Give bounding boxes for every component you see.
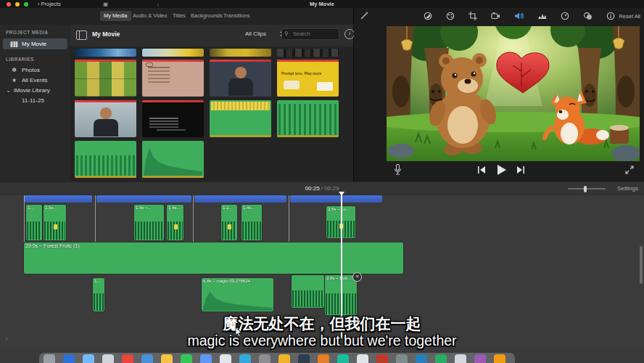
audio-clip[interactable]: 1.4s...	[167, 205, 183, 240]
media-thumbnail-strip[interactable]	[277, 49, 339, 57]
volume-icon[interactable]	[514, 12, 524, 20]
video-clip[interactable]	[24, 195, 92, 203]
dock-app-icon[interactable]	[337, 354, 349, 363]
color-balance-icon[interactable]	[424, 12, 432, 20]
tab-audio-video[interactable]: Audio & Video	[129, 11, 170, 21]
media-thumbnail-video[interactable]	[75, 100, 136, 137]
info-icon[interactable]	[606, 12, 615, 20]
sidebar-toggle-icon[interactable]	[76, 30, 87, 40]
sidebar-item-all-events[interactable]: ★ All Events	[3, 75, 67, 86]
sidebar-item-event-date[interactable]: 11-11-25	[3, 95, 67, 106]
audio-clip[interactable]: 1.4s...	[242, 205, 262, 240]
audio-clip[interactable]: 6.8s ~ magic-03-278824	[202, 278, 273, 311]
tab-titles[interactable]: Titles	[169, 11, 189, 21]
sidebar-item-my-movie[interactable]: My Movie	[3, 38, 67, 49]
fullscreen-icon[interactable]	[625, 166, 634, 174]
used-in-project-bar	[277, 60, 339, 62]
clip-label: 6.8s ~ magic-03-278824	[203, 279, 273, 283]
dock-app-icon[interactable]	[435, 354, 447, 363]
clip-boundary	[193, 195, 194, 242]
audio-clip[interactable]: 1...	[93, 278, 104, 311]
dock-app-icon[interactable]	[494, 354, 505, 363]
reset-all-button[interactable]: Reset All	[619, 13, 640, 20]
clip-label: 1...	[94, 279, 104, 283]
clip-boundary	[24, 195, 25, 242]
dock-app-icon[interactable]	[63, 354, 75, 363]
search-input[interactable]: ⚲ Search	[281, 28, 339, 40]
playhead-handle[interactable]	[339, 192, 344, 196]
bear-fox-forest-scene	[387, 26, 640, 161]
dock-app-icon[interactable]	[83, 354, 94, 363]
media-thumbnail-video[interactable]	[210, 60, 271, 97]
media-thumbnail-audio[interactable]	[75, 141, 136, 178]
crop-icon[interactable]	[468, 12, 477, 20]
dock-app-icon[interactable]	[259, 354, 271, 363]
dock-app-icon[interactable]	[376, 354, 388, 363]
video-clip[interactable]	[96, 195, 191, 203]
audio-clip[interactable]: 1...	[26, 205, 42, 240]
audio-clip[interactable]	[292, 275, 324, 308]
clip-waveform	[135, 221, 163, 240]
dock-app-icon[interactable]	[141, 354, 153, 363]
media-thumbnail-strip[interactable]	[75, 49, 136, 57]
dock-app-icon[interactable]	[200, 354, 212, 363]
video-clip[interactable]	[194, 195, 286, 203]
dock-app-icon[interactable]	[44, 354, 55, 363]
media-thumbnail-audio[interactable]	[142, 141, 204, 178]
dock-app-icon[interactable]	[455, 354, 466, 363]
play-button-icon[interactable]	[495, 164, 507, 176]
dock-app-icon[interactable]	[220, 354, 231, 363]
media-thumbnail-audio[interactable]	[210, 100, 271, 137]
media-thumbnail-video[interactable]: Prompt less, Play more	[277, 60, 339, 97]
audio-waveform	[144, 146, 202, 176]
dock-app-icon[interactable]	[298, 354, 310, 363]
audio-clip[interactable]: 1.5s...	[44, 205, 66, 240]
media-thumbnail-video[interactable]	[142, 100, 204, 137]
media-thumbnail-strip[interactable]	[210, 49, 271, 57]
effects-icon[interactable]	[583, 12, 593, 20]
enhance-wand-icon[interactable]	[360, 11, 369, 20]
dock-app-icon[interactable]	[357, 354, 368, 363]
audio-clip[interactable]: 1.9s ~...	[134, 205, 164, 240]
dock-app-icon[interactable]	[474, 354, 486, 363]
stabilization-camera-icon[interactable]	[491, 12, 500, 20]
dock-app-icon[interactable]	[318, 354, 329, 363]
media-browser-header: My Movie All Clips ⚲ Search ›	[70, 25, 353, 47]
dock-app-icon[interactable]	[416, 354, 427, 363]
sidebar-item-photos[interactable]: ✽ Photos	[3, 65, 67, 76]
tab-transitions[interactable]: Transitions	[220, 11, 253, 21]
media-thumbnail-strip[interactable]	[142, 49, 204, 57]
media-thumbnail-video[interactable]	[75, 60, 136, 97]
dock-app-icon[interactable]	[102, 354, 114, 363]
media-thumbnail-video[interactable]	[142, 60, 204, 97]
libraries-header: LIBRARIES	[6, 57, 34, 62]
tab-my-media[interactable]: My Media	[100, 11, 131, 21]
dock-app-icon[interactable]	[239, 354, 251, 363]
previous-frame-icon[interactable]	[477, 166, 486, 174]
timeline-scrollbar[interactable]	[640, 246, 643, 284]
video-clip[interactable]	[290, 195, 382, 203]
thumbnail-caption: Prompt less, Play more	[281, 71, 321, 76]
dock-app-icon[interactable]	[161, 354, 173, 363]
chevron-down-icon[interactable]: ⌄	[4, 88, 12, 94]
hide-browser-button[interactable]: ›	[344, 29, 355, 39]
record-voiceover-mic-icon[interactable]	[394, 164, 402, 176]
clip-filter-dropdown[interactable]: All Clips	[245, 30, 266, 37]
dock-app-icon[interactable]	[396, 354, 408, 363]
music-clip[interactable]: 29.0s ~ Forest Frolic (1)	[24, 242, 403, 274]
next-frame-icon[interactable]	[516, 166, 525, 174]
macos-dock[interactable]	[39, 353, 515, 363]
audio-clip[interactable]: 1.2...	[221, 205, 237, 240]
noise-equalizer-icon[interactable]	[537, 12, 547, 20]
dock-app-icon[interactable]	[278, 354, 290, 363]
media-thumbnail-audio[interactable]	[277, 100, 339, 137]
used-in-project-bar	[142, 100, 204, 102]
dock-app-icon[interactable]	[122, 354, 133, 363]
sound-effect-badge	[228, 224, 231, 229]
preview-video[interactable]	[387, 26, 640, 161]
speed-gauge-icon[interactable]	[561, 12, 569, 20]
sidebar-item-imovie-library[interactable]: ⌄ iMovie Library	[3, 85, 67, 96]
color-palette-icon[interactable]	[446, 12, 455, 20]
delete-clip-button[interactable]: ×	[352, 272, 362, 282]
dock-app-icon[interactable]	[181, 354, 192, 363]
